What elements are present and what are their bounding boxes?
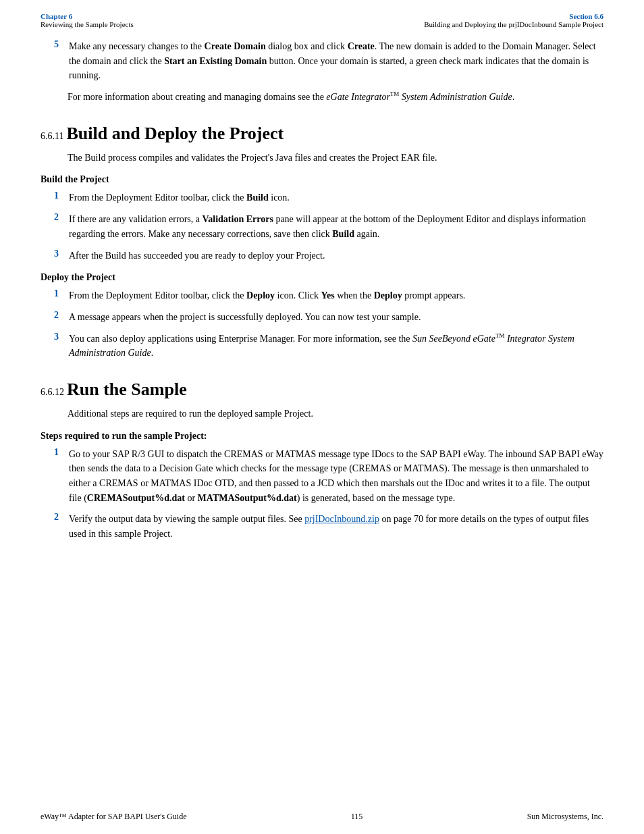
footer-right: Sun Microsystems, Inc. [527, 812, 603, 822]
footer-page-number: 115 [351, 812, 363, 822]
header-section-desc: Building and Deploying the prjIDocInboun… [424, 20, 603, 28]
section-6-6-11-desc: The Build process compiles and validates… [41, 151, 603, 165]
page-footer: eWay™ Adapter for SAP BAPI User's Guide … [41, 812, 603, 822]
steps-required-heading: Steps required to run the sample Project… [41, 431, 603, 442]
step-number: 1 [54, 447, 69, 506]
section-6-6-12-heading: 6.6.12 Run the Sample [41, 380, 603, 400]
step-text: If there are any validation errors, a Va… [69, 212, 603, 241]
step-number: 3 [54, 249, 69, 263]
run-step-2: 2 Verify the output data by viewing the … [41, 512, 603, 541]
step-text: From the Deployment Editor toolbar, clic… [69, 190, 603, 205]
build-step-3: 3 After the Build has succeeded you are … [41, 249, 603, 263]
section-title: Build and Deploy the Project [66, 124, 284, 144]
subsection-deploy-title: Deploy the Project [41, 272, 603, 283]
step-text: A message appears when the project is su… [69, 310, 603, 325]
intro-step-5: 5 Make any necessary changes to the Crea… [41, 39, 603, 83]
step-number: 1 [54, 288, 69, 303]
page-header: Chapter 6 Reviewing the Sample Projects … [0, 0, 644, 32]
prjidocinbound-link[interactable]: prjIDocInbound.zip [304, 514, 379, 524]
run-step-1: 1 Go to your SAP R/3 GUI to dispatch the… [41, 447, 603, 506]
step-number: 1 [54, 190, 69, 205]
section-number: 6.6.11 [41, 131, 63, 142]
build-step-2: 2 If there are any validation errors, a … [41, 212, 603, 241]
step-text: You can also deploy applications using E… [69, 332, 603, 361]
step-text: After the Build has succeeded you are re… [69, 249, 603, 263]
step-text: Go to your SAP R/3 GUI to dispatch the C… [69, 447, 603, 506]
step-number: 2 [54, 310, 69, 325]
step-number: 2 [54, 512, 69, 541]
build-step-1: 1 From the Deployment Editor toolbar, cl… [41, 190, 603, 205]
main-content: 5 Make any necessary changes to the Crea… [0, 32, 644, 575]
step-text: Verify the output data by viewing the sa… [69, 512, 603, 541]
deploy-step-3: 3 You can also deploy applications using… [41, 332, 603, 361]
section-6-6-11-heading: 6.6.11 Build and Deploy the Project [41, 124, 603, 144]
step-text: Make any necessary changes to the Create… [69, 39, 603, 83]
subsection-build-title: Build the Project [41, 174, 603, 185]
header-subtitle: Reviewing the Sample Projects [41, 20, 134, 28]
section-title: Run the Sample [67, 380, 187, 400]
step-text: From the Deployment Editor toolbar, clic… [69, 288, 603, 303]
section-number: 6.6.12 [41, 387, 64, 398]
header-section: Section 6.6 [424, 12, 603, 20]
step-number: 2 [54, 212, 69, 241]
page: Chapter 6 Reviewing the Sample Projects … [0, 0, 644, 834]
header-right: Section 6.6 Building and Deploying the p… [424, 12, 603, 28]
info-paragraph: For more information about creating and … [41, 90, 603, 105]
footer-left: eWay™ Adapter for SAP BAPI User's Guide [41, 812, 186, 822]
header-chapter: Chapter 6 [41, 12, 134, 20]
header-left: Chapter 6 Reviewing the Sample Projects [41, 12, 134, 28]
section-6-6-12-desc: Additional steps are required to run the… [41, 407, 603, 421]
deploy-step-2: 2 A message appears when the project is … [41, 310, 603, 325]
step-number: 3 [54, 332, 69, 361]
deploy-step-1: 1 From the Deployment Editor toolbar, cl… [41, 288, 603, 303]
step-number: 5 [54, 39, 69, 83]
